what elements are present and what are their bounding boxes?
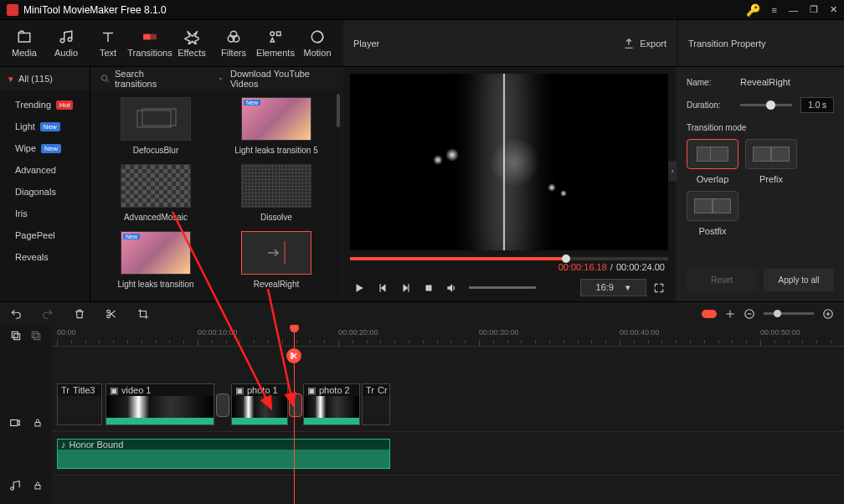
- clip-photo2[interactable]: ▣photo 2: [303, 383, 360, 425]
- svg-point-8: [270, 32, 275, 36]
- category-iris[interactable]: Iris: [0, 203, 90, 224]
- thumb-light-leaks-transition[interactable]: New: [121, 231, 191, 275]
- category-diagonals[interactable]: Diagonals: [0, 181, 90, 203]
- aspect-ratio-select[interactable]: 16:9▾: [580, 279, 646, 296]
- progress-bar[interactable]: [350, 257, 668, 260]
- stop-icon[interactable]: [424, 283, 434, 293]
- tab-elements[interactable]: Elements: [255, 20, 296, 66]
- audio-track-icon[interactable]: [9, 480, 21, 491]
- transition-marker-1[interactable]: [216, 393, 229, 417]
- category-all[interactable]: ▾ All (115): [0, 67, 90, 90]
- crop-icon[interactable]: [137, 308, 149, 320]
- play-icon[interactable]: [353, 282, 365, 294]
- svg-point-1: [60, 39, 64, 43]
- playhead[interactable]: [294, 325, 295, 504]
- video-track[interactable]: TrTitle3 ▣video 1 ▣photo 1 ▣photo 2: [52, 378, 844, 432]
- thumb-light-leaks-transition-5[interactable]: New: [241, 97, 311, 141]
- duration-slider[interactable]: [740, 104, 792, 106]
- tab-effects[interactable]: Effects: [171, 20, 213, 66]
- layers-icon[interactable]: [10, 330, 22, 342]
- reset-button[interactable]: Reset: [687, 269, 757, 291]
- time-total: 00:00:24.00: [616, 262, 665, 272]
- export-button[interactable]: Export: [623, 38, 666, 49]
- volume-slider[interactable]: [469, 286, 536, 289]
- svg-rect-22: [32, 332, 38, 337]
- svg-rect-0: [18, 33, 30, 42]
- titlebar: MiniTool MovieMaker Free 8.1.0 🔑 ≡ — ❐ ✕: [0, 0, 844, 20]
- thumb-defocusblur[interactable]: [121, 97, 191, 141]
- category-advanced[interactable]: Advanced: [0, 159, 90, 181]
- fullscreen-icon[interactable]: [653, 282, 665, 294]
- transition-marker-2[interactable]: [289, 393, 302, 417]
- app-logo: [7, 4, 18, 16]
- volume-icon[interactable]: [445, 282, 457, 294]
- svg-point-2: [68, 37, 72, 41]
- category-reveals[interactable]: Reveals: [0, 246, 90, 268]
- lock-icon[interactable]: [33, 418, 43, 428]
- tab-audio[interactable]: Audio: [45, 20, 87, 66]
- chevron-down-icon: ▾: [8, 74, 13, 85]
- fit-icon[interactable]: [725, 309, 735, 319]
- main-toolbar: Media Audio Text Transitions Effects Fil…: [0, 20, 844, 67]
- undo-icon[interactable]: [10, 308, 22, 320]
- zoom-in-icon[interactable]: [822, 308, 834, 320]
- player-panel: 00:00:16.18 / 00:00:24.00 16:9▾: [343, 67, 675, 301]
- delete-icon[interactable]: [74, 308, 85, 320]
- clip-photo1[interactable]: ▣photo 1: [231, 383, 288, 425]
- clip-title[interactable]: TrTitle3: [57, 383, 102, 425]
- category-light[interactable]: LightNew: [0, 116, 90, 137]
- mode-postfix[interactable]: Postfix: [687, 191, 738, 236]
- maximize-icon[interactable]: ❐: [810, 4, 818, 15]
- time-ruler[interactable]: 00:0000:00:10:0000:00:20:0000:00:30:0000…: [52, 325, 844, 347]
- category-trending[interactable]: TrendingHot: [0, 94, 90, 116]
- layers2-icon[interactable]: [30, 330, 42, 342]
- clip-audio[interactable]: ♪Honor Bound: [57, 439, 390, 469]
- time-current: 00:00:16.18: [558, 262, 607, 272]
- svg-rect-4: [150, 34, 157, 39]
- timeline: 00:0000:00:10:0000:00:20:0000:00:30:0000…: [0, 325, 844, 504]
- tab-filters[interactable]: Filters: [213, 20, 255, 66]
- tab-text[interactable]: Text: [87, 20, 129, 66]
- svg-rect-15: [426, 285, 432, 291]
- search-transitions[interactable]: Search transitions: [100, 69, 183, 89]
- svg-rect-9: [277, 32, 281, 36]
- zoom-slider[interactable]: [764, 312, 814, 315]
- apply-all-button[interactable]: Apply to all: [764, 269, 834, 291]
- tab-motion[interactable]: Motion: [296, 20, 338, 66]
- svg-rect-25: [35, 423, 40, 427]
- download-youtube[interactable]: Download YouTube Videos: [216, 69, 332, 89]
- mode-overlap[interactable]: Overlap: [687, 139, 738, 184]
- preview-canvas[interactable]: [350, 74, 668, 250]
- duration-value[interactable]: 1.0 s: [800, 97, 834, 113]
- thumb-dissolve[interactable]: [241, 164, 311, 208]
- scrollbar[interactable]: [337, 94, 340, 127]
- thumb-revealright[interactable]: [241, 231, 311, 275]
- zoom-out-icon[interactable]: [744, 308, 755, 320]
- minimize-icon[interactable]: —: [789, 5, 798, 15]
- upgrade-key-icon[interactable]: 🔑: [746, 3, 760, 17]
- mode-prefix[interactable]: Prefix: [745, 139, 797, 184]
- svg-rect-21: [14, 334, 20, 340]
- zoom-marker-icon[interactable]: [702, 310, 717, 318]
- next-icon[interactable]: [400, 282, 412, 294]
- tab-transitions[interactable]: Transitions: [129, 20, 171, 66]
- category-pagepeel[interactable]: PagePeel: [0, 224, 90, 246]
- tab-media[interactable]: Media: [3, 20, 45, 66]
- svg-rect-20: [12, 332, 18, 337]
- video-track-icon[interactable]: [9, 417, 21, 429]
- redo-icon[interactable]: [42, 308, 54, 320]
- clip-credits[interactable]: TrCr: [362, 383, 390, 425]
- menu-icon[interactable]: ≡: [772, 5, 777, 15]
- split-icon[interactable]: [106, 308, 117, 320]
- category-wipe[interactable]: WipeNew: [0, 137, 90, 159]
- prev-icon[interactable]: [377, 282, 389, 294]
- clip-video1[interactable]: ▣video 1: [106, 383, 214, 425]
- prop-name: RevealRight: [740, 77, 790, 87]
- scissor-icon[interactable]: [286, 348, 301, 363]
- lock-icon[interactable]: [33, 481, 43, 491]
- close-icon[interactable]: ✕: [830, 4, 837, 15]
- collapse-panel-icon[interactable]: ›: [668, 161, 677, 181]
- audio-track[interactable]: ♪Honor Bound: [52, 432, 844, 476]
- thumb-advancedmosaic[interactable]: [121, 164, 191, 208]
- player-header: Player Export: [343, 20, 677, 66]
